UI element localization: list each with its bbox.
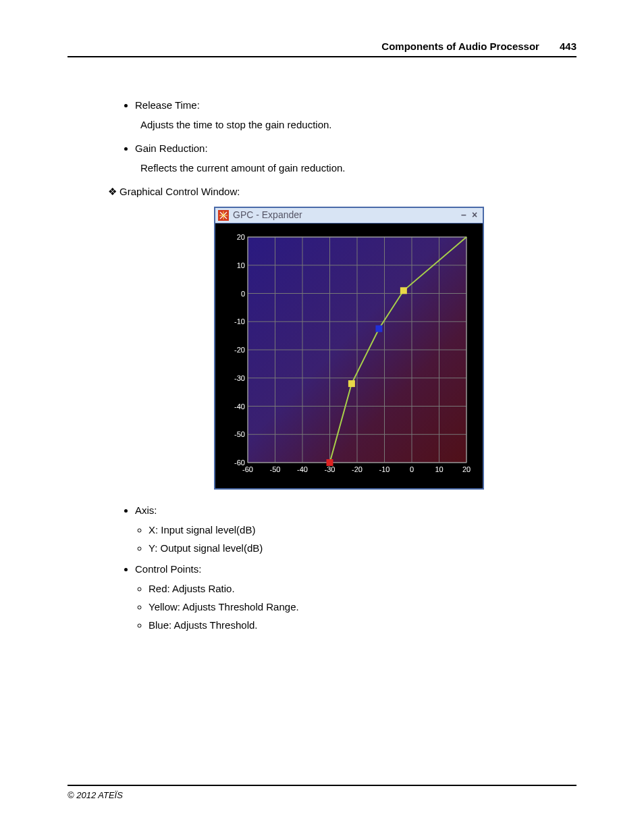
cp-red: Red: Adjusts Ratio. [149,581,576,596]
item-axis: Axis: [135,503,576,517]
axis-y-desc: Y: Output signal level(dB) [149,541,576,555]
cp-yellow: Yellow: Adjusts Threshold Range. [149,600,576,614]
svg-text:-30: -30 [325,465,336,473]
svg-text:-50: -50 [270,465,281,473]
svg-text:-60: -60 [242,465,253,473]
gpc-title: GPC - Expander [233,209,458,222]
svg-text:-20: -20 [352,465,363,473]
gpc-titlebar[interactable]: GPC - Expander – × [215,208,483,224]
gpc-window: GPC - Expander – × -60-50-40-30-20-10010… [214,207,484,490]
desc-gain-reduction: Reflects the current amount of gain redu… [140,161,576,175]
svg-text:0: 0 [241,290,245,298]
control-point-yellow-low[interactable] [348,380,355,387]
control-point-blue[interactable] [375,325,382,332]
control-point-red[interactable] [327,459,333,466]
item-release-time: Release Time: [135,98,576,112]
svg-text:-10: -10 [234,317,245,325]
svg-text:-40: -40 [234,402,245,411]
app-icon [218,210,229,221]
gpc-plot[interactable]: -60-50-40-30-20-1001020-60-50-40-30-20-1… [215,224,483,488]
minimize-button[interactable]: – [458,209,469,222]
desc-release-time: Adjusts the time to stop the gain reduct… [140,118,576,132]
svg-text:0: 0 [410,465,414,473]
item-control-points: Control Points: [135,562,576,576]
diamond-icon: ❖ [108,186,117,197]
svg-text:20: 20 [462,465,471,473]
svg-text:-10: -10 [379,465,390,473]
svg-text:-30: -30 [234,374,245,382]
svg-text:-40: -40 [297,465,308,473]
content-body: Release Time: Adjusts the time to stop t… [68,98,576,632]
control-point-yellow-high[interactable] [400,287,407,294]
item-gain-reduction: Gain Reduction: [135,141,576,155]
header-title: Components of Audio Processor [381,41,539,52]
close-button[interactable]: × [469,209,480,222]
svg-text:20: 20 [237,233,245,241]
svg-text:10: 10 [237,261,245,269]
axis-x-desc: X: Input signal level(dB) [149,523,576,537]
svg-text:10: 10 [435,465,443,473]
svg-text:-20: -20 [234,346,245,354]
item-gcw: ❖Graphical Control Window: [108,184,576,199]
footer-copyright: © 2012 ATEÏS [68,785,576,800]
header-page-number: 443 [560,41,576,52]
cp-blue: Blue: Adjusts Threshold. [149,618,576,632]
svg-text:-50: -50 [234,430,245,438]
